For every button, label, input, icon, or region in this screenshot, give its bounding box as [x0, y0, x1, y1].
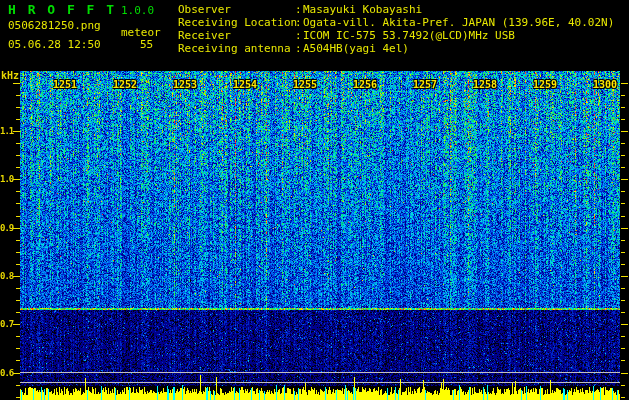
frequency-tick-label: 1.0 [0, 174, 13, 184]
frequency-tick-label: 0.8 [0, 271, 13, 281]
hrofft-screen: H R O F F T 1.0.0 0506281250.png meteor … [0, 0, 629, 400]
info-value: A504HB(yagi 4el) [303, 42, 409, 55]
echo-count: 55 [140, 38, 153, 51]
station-info: Observer:Masayuki Kobayashi Receiving Lo… [178, 3, 614, 55]
info-colon: : [295, 29, 303, 42]
time-tick-label: 1254 [229, 79, 257, 90]
time-tick-label: 1257 [409, 79, 437, 90]
info-label: Observer [178, 3, 295, 16]
station-info-row: Receiving antenna:A504HB(yagi 4el) [178, 42, 614, 55]
info-value: ICOM IC-575 53.7492(@LCD)MHz USB [303, 29, 515, 42]
capture-datetime: 05.06.28 12:50 [8, 38, 101, 51]
capture-filename: 0506281250.png [8, 19, 101, 32]
time-tick-label: 1253 [169, 79, 197, 90]
info-colon: : [295, 16, 303, 29]
station-info-row: Receiver:ICOM IC-575 53.7492(@LCD)MHz US… [178, 29, 614, 42]
time-tick-label: 1300 [589, 79, 617, 90]
time-tick-label: 1251 [49, 79, 77, 90]
station-info-row: Observer:Masayuki Kobayashi [178, 3, 614, 16]
time-tick-label: 1252 [109, 79, 137, 90]
frequency-tick-label: 0.9 [0, 223, 13, 233]
spectrogram-canvas [0, 0, 629, 400]
time-tick-label: 1259 [529, 79, 557, 90]
info-label: Receiving antenna [178, 42, 295, 55]
app-version: 1.0.0 [121, 4, 154, 17]
time-tick-label: 1258 [469, 79, 497, 90]
station-info-row: Receiving Location:Ogata-vill. Akita-Pre… [178, 16, 614, 29]
frequency-tick-label: 1.1 [0, 126, 13, 136]
time-tick-label: 1256 [349, 79, 377, 90]
y-axis-unit-label: kHz [1, 70, 19, 81]
app-title: H R O F F T [8, 2, 116, 17]
info-label: Receiving Location [178, 16, 295, 29]
info-colon: : [295, 42, 303, 55]
info-label: Receiver [178, 29, 295, 42]
frequency-tick-label: 0.7 [0, 319, 13, 329]
info-colon: : [295, 3, 303, 16]
time-tick-label: 1255 [289, 79, 317, 90]
frequency-tick-label: 0.6 [0, 368, 13, 378]
info-value: Masayuki Kobayashi [303, 3, 422, 16]
info-value: Ogata-vill. Akita-Pref. JAPAN (139.96E, … [303, 16, 614, 29]
